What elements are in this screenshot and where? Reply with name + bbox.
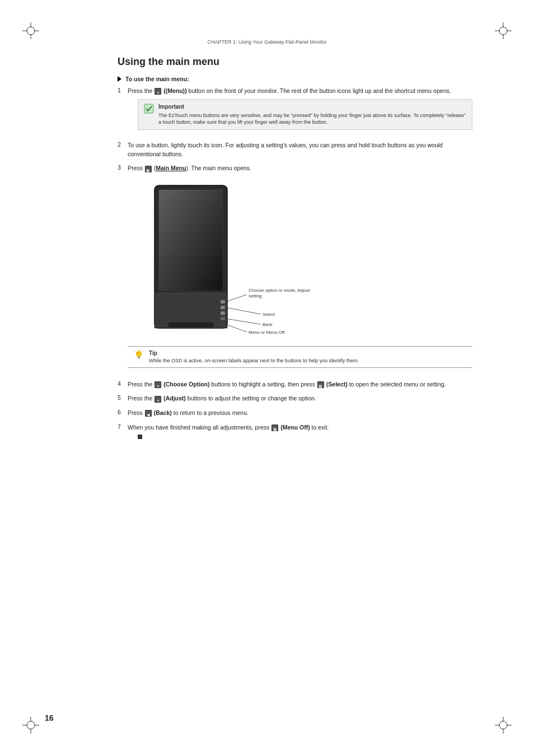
step-4-content: Press the ≡ (Choose Option) buttons to h… bbox=[128, 380, 472, 389]
svg-text:Select: Select bbox=[263, 312, 275, 317]
important-text: The EzTouch menu buttons are very sensit… bbox=[158, 113, 466, 125]
adjust-icon: ≡ bbox=[154, 396, 161, 403]
tip-text: While the OSD is active, on-screen label… bbox=[149, 358, 359, 363]
menu-off-icon: ▦ bbox=[271, 424, 278, 431]
important-checkmark-icon bbox=[144, 104, 154, 116]
important-box: Important The EzTouch menu buttons are v… bbox=[138, 99, 472, 130]
reg-mark-tl bbox=[22, 22, 39, 39]
step-6-number: 6 bbox=[118, 409, 128, 416]
monitor-svg-container: Choose option or mode, Adjust setting Se… bbox=[138, 180, 350, 339]
tip-title: Tip bbox=[149, 350, 157, 356]
back-button-icon: ◀ bbox=[145, 410, 152, 417]
svg-point-10 bbox=[27, 721, 35, 729]
svg-line-34 bbox=[226, 307, 261, 314]
choose-option-icon: ≡ bbox=[154, 381, 161, 388]
important-title: Important bbox=[158, 103, 466, 111]
step-1-number: 1 bbox=[118, 87, 128, 94]
monitor-image-area: Choose option or mode, Adjust setting Se… bbox=[138, 180, 350, 339]
svg-line-44 bbox=[135, 351, 136, 352]
content-area: To use the main menu: 1 Press the ≡ ((Me… bbox=[118, 76, 472, 441]
svg-point-40 bbox=[136, 351, 142, 357]
page: CHAPTER 1: Using Your Gateway Flat-Panel… bbox=[0, 0, 534, 756]
svg-line-38 bbox=[226, 324, 247, 332]
svg-rect-29 bbox=[221, 317, 225, 320]
step-4: 4 Press the ≡ (Choose Option) buttons to… bbox=[118, 380, 472, 389]
step-2-number: 2 bbox=[118, 141, 128, 148]
reg-mark-bl bbox=[22, 717, 39, 734]
page-number: 16 bbox=[45, 713, 54, 722]
svg-point-0 bbox=[27, 27, 35, 35]
triangle-icon bbox=[118, 76, 121, 82]
tip-content: Tip While the OSD is active, on-screen l… bbox=[149, 349, 359, 365]
menu-button-icon: ≡ bbox=[154, 88, 161, 95]
svg-rect-30 bbox=[221, 323, 225, 326]
step-7-number: 7 bbox=[118, 423, 128, 430]
svg-rect-41 bbox=[138, 357, 140, 358]
end-bullet bbox=[138, 435, 142, 439]
svg-rect-23 bbox=[159, 190, 223, 291]
svg-text:Back: Back bbox=[263, 322, 273, 327]
svg-text:Menu or Menu Off: Menu or Menu Off bbox=[249, 330, 285, 335]
select-button-icon: ▦ bbox=[317, 381, 324, 388]
svg-rect-27 bbox=[221, 306, 225, 309]
svg-point-5 bbox=[499, 27, 507, 35]
step-5: 5 Press the ≡ (Adjust) buttons to adjust… bbox=[118, 394, 472, 403]
step-3-content: Press ▦ (Main Menu). The main menu opens… bbox=[128, 164, 472, 374]
svg-line-43 bbox=[142, 351, 143, 352]
step-1: 1 Press the ≡ ((Menu)) button on the fro… bbox=[118, 87, 472, 136]
svg-rect-26 bbox=[221, 300, 225, 304]
step-1-content: Press the ≡ ((Menu)) button on the front… bbox=[128, 87, 472, 136]
step-3-number: 3 bbox=[118, 164, 128, 171]
step-6-content: Press ◀ (Back) to return to a previous m… bbox=[128, 409, 472, 418]
step-7-content: When you have finished making all adjust… bbox=[128, 423, 472, 442]
step-6: 6 Press ◀ (Back) to return to a previous… bbox=[118, 409, 472, 418]
step-2-content: To use a button, lightly touch its icon.… bbox=[128, 141, 472, 159]
svg-point-15 bbox=[499, 721, 507, 729]
procedure-label: To use the main menu: bbox=[125, 76, 189, 82]
step-4-number: 4 bbox=[118, 380, 128, 387]
step-5-content: Press the ≡ (Adjust) buttons to adjust t… bbox=[128, 394, 472, 403]
svg-text:setting: setting bbox=[249, 293, 262, 298]
svg-line-36 bbox=[226, 319, 261, 324]
reg-mark-br bbox=[495, 717, 512, 734]
tip-box: Tip While the OSD is active, on-screen l… bbox=[128, 346, 472, 368]
svg-text:Choose option or mode, Adjust: Choose option or mode, Adjust bbox=[249, 288, 310, 293]
chapter-header: CHAPTER 1: Using Your Gateway Flat-Panel… bbox=[45, 39, 489, 45]
svg-rect-25 bbox=[168, 323, 213, 327]
important-content: Important The EzTouch menu buttons are v… bbox=[158, 103, 466, 126]
section-title: Using the main menu bbox=[118, 56, 489, 68]
step-3: 3 Press ▦ (Main Menu). The main menu ope… bbox=[118, 164, 472, 374]
main-menu-button-icon: ▦ bbox=[145, 166, 152, 172]
procedure-header: To use the main menu: bbox=[118, 76, 472, 82]
tip-lightbulb-icon bbox=[133, 349, 144, 363]
svg-rect-28 bbox=[221, 311, 225, 315]
svg-line-31 bbox=[226, 295, 247, 302]
steps-list: 1 Press the ≡ ((Menu)) button on the fro… bbox=[118, 87, 472, 441]
monitor-diagram: Choose option or mode, Adjust setting Se… bbox=[138, 180, 350, 337]
step-2: 2 To use a button, lightly touch its ico… bbox=[118, 141, 472, 159]
svg-rect-20 bbox=[144, 104, 153, 113]
step-7: 7 When you have finished making all adju… bbox=[118, 423, 472, 442]
reg-mark-tr bbox=[495, 22, 512, 39]
step-5-number: 5 bbox=[118, 394, 128, 401]
